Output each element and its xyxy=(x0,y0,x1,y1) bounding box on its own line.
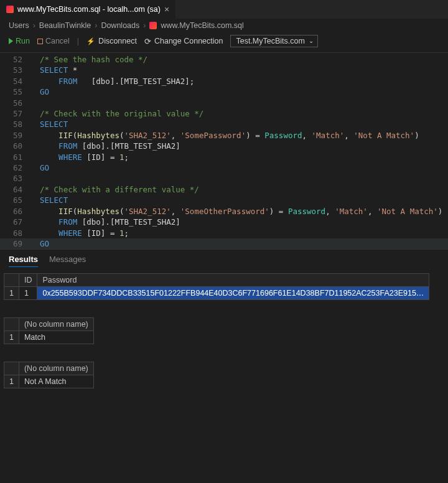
row-header[interactable]: 1 xyxy=(4,287,19,300)
code-content[interactable]: FROM [dbo].[MTB_TEST_SHA2] xyxy=(31,141,180,151)
close-icon[interactable]: × xyxy=(164,4,169,14)
code-content[interactable]: SELECT xyxy=(31,119,68,129)
code-line[interactable]: 66 IIF(Hashbytes('SHA2_512', 'SomeOtherP… xyxy=(0,206,448,217)
breadcrumb-part[interactable]: Users xyxy=(9,21,29,30)
line-number: 64 xyxy=(0,184,31,195)
results-pane: Results Messages ID Password 1 1 0x255B5… xyxy=(0,249,448,388)
code-content[interactable]: /* Check with the original value */ xyxy=(31,108,203,119)
row-header[interactable]: 1 xyxy=(4,331,19,344)
code-content[interactable]: IIF(Hashbytes('SHA2_512', 'SomeOtherPass… xyxy=(31,206,442,217)
breadcrumb-part[interactable]: Downloads xyxy=(101,21,139,30)
line-number: 67 xyxy=(0,217,31,227)
tab-bar: www.MyTecBits.com.sql - localh...om (sa)… xyxy=(0,0,448,19)
run-button[interactable]: Run xyxy=(9,37,30,45)
code-line[interactable]: 60 FROM [dbo].[MTB_TEST_SHA2] xyxy=(0,141,448,151)
row-header[interactable]: 1 xyxy=(4,375,19,388)
grid-corner xyxy=(4,318,19,331)
code-line[interactable]: 67 FROM [dbo].[MTB_TEST_SHA2] xyxy=(0,217,448,227)
connection-value: Test.MyTecBits.com xyxy=(236,37,304,45)
line-number: 54 xyxy=(0,76,31,87)
code-content[interactable]: SELECT xyxy=(31,195,68,205)
tab-title: www.MyTecBits.com.sql - localh...om (sa) xyxy=(17,5,161,14)
cell-value[interactable]: Match xyxy=(19,331,93,344)
code-content[interactable]: GO xyxy=(31,87,49,97)
code-content[interactable]: GO xyxy=(31,162,49,173)
code-content[interactable]: IIF(Hashbytes('SHA2_512', 'SomePassword'… xyxy=(31,130,419,141)
code-line[interactable]: 59 IIF(Hashbytes('SHA2_512', 'SomePasswo… xyxy=(0,130,448,141)
code-editor[interactable]: 52/* See the hash code */53SELECT *54 FR… xyxy=(0,53,448,249)
col-header-id[interactable]: ID xyxy=(19,274,37,287)
sql-file-icon xyxy=(6,6,14,13)
tab-messages[interactable]: Messages xyxy=(49,255,86,267)
code-line[interactable]: 68 WHERE [ID] = 1; xyxy=(0,228,448,238)
chevron-down-icon: ⌄ xyxy=(309,37,314,44)
cell-value[interactable]: Not A Match xyxy=(19,375,93,388)
code-content[interactable]: WHERE [ID] = 1; xyxy=(31,228,129,238)
code-line[interactable]: 53SELECT * xyxy=(0,65,448,75)
line-number: 61 xyxy=(0,152,31,162)
line-number: 66 xyxy=(0,206,31,217)
code-line[interactable]: 61 WHERE [ID] = 1; xyxy=(0,152,448,162)
code-line[interactable]: 56 xyxy=(0,98,448,108)
code-line[interactable]: 64/* Check with a different value */ xyxy=(0,184,448,195)
line-number: 62 xyxy=(0,162,31,173)
line-number: 56 xyxy=(0,98,31,108)
line-number: 58 xyxy=(0,119,31,129)
line-number: 69 xyxy=(0,238,31,249)
code-content[interactable] xyxy=(31,173,40,184)
cancel-button[interactable]: Cancel xyxy=(37,37,70,45)
tab-results[interactable]: Results xyxy=(9,255,38,267)
code-content[interactable]: FROM [dbo].[MTB_TEST_SHA2]; xyxy=(31,76,194,87)
play-icon xyxy=(9,38,13,44)
code-line[interactable]: 54 FROM [dbo].[MTB_TEST_SHA2]; xyxy=(0,76,448,87)
code-content[interactable]: FROM [dbo].[MTB_TEST_SHA2] xyxy=(31,217,180,227)
result-grid-3[interactable]: (No column name) 1 Not A Match xyxy=(4,362,94,388)
code-line[interactable]: 57/* Check with the original value */ xyxy=(0,108,448,119)
disconnect-label: Disconnect xyxy=(98,37,137,45)
result-grid-1[interactable]: ID Password 1 1 0x255B593DDF734DDCB33515… xyxy=(4,273,429,300)
change-connection-button[interactable]: Change Connection xyxy=(144,37,223,46)
cell-password[interactable]: 0x255B593DDF734DDCB33515F01222FFB944E40D… xyxy=(37,287,429,300)
breadcrumb-part[interactable]: BeaulinTwinkle xyxy=(39,21,91,30)
breadcrumb-part[interactable]: www.MyTecBits.com.sql xyxy=(161,21,243,30)
run-label: Run xyxy=(16,37,30,45)
col-header-unnamed[interactable]: (No column name) xyxy=(19,318,93,331)
code-line[interactable]: 69GO xyxy=(0,238,448,249)
col-header-password[interactable]: Password xyxy=(37,274,429,287)
results-tabs: Results Messages xyxy=(0,250,448,271)
code-content[interactable]: GO xyxy=(31,238,49,249)
code-content[interactable]: WHERE [ID] = 1; xyxy=(31,152,129,162)
connection-dropdown[interactable]: Test.MyTecBits.com ⌄ xyxy=(230,35,317,47)
code-content[interactable]: /* Check with a different value */ xyxy=(31,184,199,195)
editor-tab[interactable]: www.MyTecBits.com.sql - localh...om (sa)… xyxy=(0,0,175,19)
code-line[interactable]: 52/* See the hash code */ xyxy=(0,54,448,65)
line-number: 65 xyxy=(0,195,31,205)
code-content[interactable] xyxy=(31,98,40,108)
chevron-right-icon: › xyxy=(95,21,97,30)
code-line[interactable]: 62GO xyxy=(0,162,448,173)
toolbar-separator: | xyxy=(77,37,79,45)
col-header-unnamed[interactable]: (No column name) xyxy=(19,362,93,375)
grid-corner xyxy=(4,362,19,375)
code-line[interactable]: 55GO xyxy=(0,87,448,97)
disconnect-icon xyxy=(86,37,95,45)
line-number: 59 xyxy=(0,130,31,141)
chevron-right-icon: › xyxy=(143,21,146,30)
line-number: 52 xyxy=(0,54,31,65)
stop-icon xyxy=(37,39,43,44)
code-line[interactable]: 65SELECT xyxy=(0,195,448,205)
chevron-right-icon: › xyxy=(33,21,35,30)
grid-corner xyxy=(4,274,19,287)
line-number: 57 xyxy=(0,108,31,119)
code-line[interactable]: 58SELECT xyxy=(0,119,448,129)
result-grid-2[interactable]: (No column name) 1 Match xyxy=(4,317,94,344)
cell-id[interactable]: 1 xyxy=(19,287,37,300)
line-number: 53 xyxy=(0,65,31,75)
code-content[interactable]: SELECT * xyxy=(31,65,77,75)
refresh-icon xyxy=(144,37,151,46)
toolbar: Run Cancel | Disconnect Change Connectio… xyxy=(0,32,448,53)
code-line[interactable]: 63 xyxy=(0,173,448,184)
sql-file-icon xyxy=(149,22,157,29)
code-content[interactable]: /* See the hash code */ xyxy=(31,54,147,65)
disconnect-button[interactable]: Disconnect xyxy=(86,37,137,45)
